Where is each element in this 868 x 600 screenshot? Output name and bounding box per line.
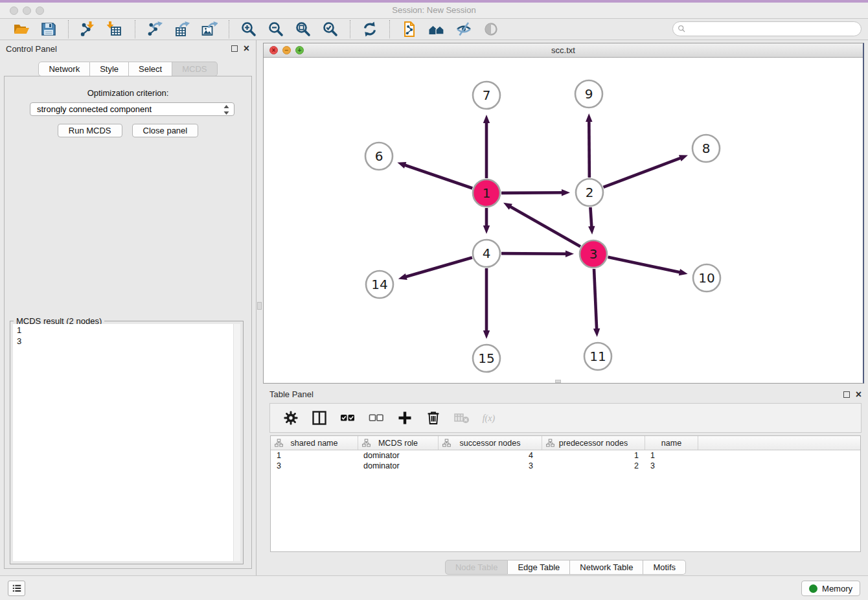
import-network-icon[interactable] xyxy=(79,20,97,38)
close-window-button[interactable] xyxy=(10,6,18,15)
graph-edge-2-9[interactable] xyxy=(586,113,592,178)
graph-node-1[interactable]: 1 xyxy=(473,179,500,207)
column-header-label: MCDS role xyxy=(378,439,418,448)
refresh-icon[interactable] xyxy=(361,20,379,38)
tab-select[interactable]: Select xyxy=(129,62,172,76)
table-panel-titlebar: Table Panel × xyxy=(263,386,868,402)
save-icon[interactable] xyxy=(40,20,58,38)
column-header-label: successor nodes xyxy=(460,439,521,448)
select-all-icon[interactable] xyxy=(339,409,357,427)
graph-node-10[interactable]: 10 xyxy=(693,264,720,292)
duplicate-network-icon[interactable] xyxy=(400,20,418,38)
close-view-button[interactable]: × xyxy=(269,46,278,54)
tab-motifs[interactable]: Motifs xyxy=(643,560,686,575)
table-panel-title: Table Panel xyxy=(269,389,314,399)
column-header-MCDS-role[interactable]: MCDS role xyxy=(358,436,439,450)
clear-selection-icon[interactable] xyxy=(367,409,385,427)
graph-edge-1-2[interactable] xyxy=(501,189,570,196)
search-icon xyxy=(678,25,686,33)
graph-edge-2-3[interactable] xyxy=(588,207,595,235)
search-field[interactable] xyxy=(672,21,862,36)
graph-node-4[interactable]: 4 xyxy=(473,240,500,267)
export-image-icon[interactable] xyxy=(200,20,218,38)
zoom-selected-icon[interactable] xyxy=(321,20,339,38)
graph-node-2[interactable]: 2 xyxy=(576,179,603,206)
maximize-view-button[interactable]: + xyxy=(295,46,304,54)
zoom-window-button[interactable] xyxy=(36,6,44,15)
graph-node-9[interactable]: 9 xyxy=(575,80,602,108)
graph-node-11[interactable]: 11 xyxy=(584,343,611,370)
close-table-panel-icon[interactable]: × xyxy=(856,391,862,398)
svg-text:10: 10 xyxy=(698,270,714,286)
memory-button[interactable]: Memory xyxy=(801,581,860,596)
tab-style[interactable]: Style xyxy=(90,62,129,76)
minimize-view-button[interactable]: − xyxy=(282,46,291,54)
column-header-predecessor-nodes[interactable]: predecessor nodes xyxy=(542,436,645,450)
search-input[interactable] xyxy=(689,23,861,35)
column-header-successor-nodes[interactable]: successor nodes xyxy=(439,436,542,450)
graph-node-6[interactable]: 6 xyxy=(365,143,393,170)
zoom-out-icon[interactable] xyxy=(267,20,285,38)
close-panel-icon[interactable]: × xyxy=(244,45,249,52)
tab-mcds[interactable]: MCDS xyxy=(172,62,217,76)
export-network-icon[interactable] xyxy=(146,20,164,38)
tab-network[interactable]: Network xyxy=(38,62,90,76)
split-columns-icon[interactable] xyxy=(310,409,328,427)
minimize-window-button[interactable] xyxy=(23,6,31,15)
open-folder-icon[interactable] xyxy=(12,20,30,38)
inactive-view-icon[interactable] xyxy=(482,20,500,38)
export-table-icon[interactable] xyxy=(173,20,191,38)
graph-node-3[interactable]: 3 xyxy=(580,240,607,268)
float-panel-icon[interactable] xyxy=(231,45,238,52)
optimization-criterion-dropdown[interactable]: strongly connected component xyxy=(30,102,234,116)
zoom-fit-icon[interactable] xyxy=(294,20,312,38)
run-mcds-button[interactable]: Run MCDS xyxy=(58,124,122,137)
column-header-shared-name[interactable]: shared name xyxy=(271,436,358,450)
network-graph: 7968124314101511 xyxy=(264,58,862,383)
graph-edge-3-11[interactable] xyxy=(593,269,600,337)
add-column-icon[interactable] xyxy=(396,409,414,427)
import-table-icon[interactable] xyxy=(106,20,124,38)
table-row[interactable]: 3dominator323 xyxy=(271,461,860,471)
mcds-result-textarea[interactable]: 1 3 xyxy=(13,324,240,561)
hide-view-icon[interactable] xyxy=(455,20,473,38)
zoom-in-icon[interactable] xyxy=(240,20,258,38)
svg-text:11: 11 xyxy=(589,349,606,364)
tab-node-table[interactable]: Node Table xyxy=(445,560,508,575)
graph-edge-3-1[interactable] xyxy=(503,203,580,247)
vertical-splitter-handle[interactable] xyxy=(257,302,262,310)
home-icon[interactable] xyxy=(428,20,446,38)
toolbar-separator xyxy=(389,20,390,38)
graph-edge-1-7[interactable] xyxy=(483,115,490,178)
float-table-panel-icon[interactable] xyxy=(843,391,850,398)
graph-edge-3-10[interactable] xyxy=(608,257,688,275)
column-header-name[interactable]: name xyxy=(645,436,698,450)
delete-column-icon[interactable] xyxy=(424,409,442,427)
dropdown-selected-value: strongly connected component xyxy=(37,104,152,114)
toolbar-separator xyxy=(68,20,69,38)
tab-edge-table[interactable]: Edge Table xyxy=(508,560,570,575)
close-panel-button[interactable]: Close panel xyxy=(132,124,199,137)
horizontal-splitter-handle[interactable] xyxy=(555,380,561,383)
control-panel-title: Control Panel xyxy=(0,40,256,57)
graph-edge-4-15[interactable] xyxy=(483,268,490,339)
tab-network-table[interactable]: Network Table xyxy=(570,560,643,575)
graph-edge-2-8[interactable] xyxy=(604,155,688,187)
task-list-button[interactable] xyxy=(8,581,25,596)
graph-edge-1-6[interactable] xyxy=(397,162,472,188)
graph-node-8[interactable]: 8 xyxy=(692,135,720,162)
gear-icon[interactable] xyxy=(282,409,300,427)
graph-edge-1-4[interactable] xyxy=(483,208,490,234)
graph-node-7[interactable]: 7 xyxy=(473,82,500,109)
result-scrollbar[interactable] xyxy=(233,324,240,561)
graph-edge-4-14[interactable] xyxy=(398,257,472,280)
graph-edge-4-3[interactable] xyxy=(501,251,574,257)
graph-node-15[interactable]: 15 xyxy=(473,345,500,372)
table-tabs: Node TableEdge TableNetwork TableMotifs xyxy=(263,560,868,575)
network-canvas[interactable]: 7968124314101511 xyxy=(264,58,863,383)
list-icon xyxy=(10,582,23,595)
graph-node-14[interactable]: 14 xyxy=(366,271,393,298)
table-cell: 2 xyxy=(542,461,645,471)
table-row[interactable]: 1dominator411 xyxy=(271,450,860,461)
table-header-row: shared nameMCDS rolesuccessor nodesprede… xyxy=(271,436,860,450)
